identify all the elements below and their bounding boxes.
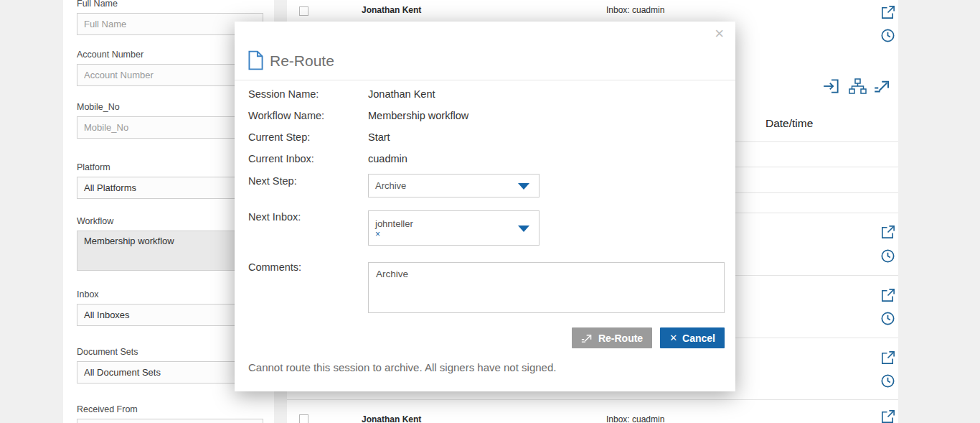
received-from-label: Received From (77, 404, 263, 414)
reroute-button-label: Re-Route (598, 333, 643, 344)
current-inbox-label: Current Inbox: (248, 153, 314, 164)
next-inbox-value: johnteller (375, 218, 413, 229)
remove-selection-icon[interactable]: × (375, 230, 382, 238)
open-session-icon[interactable] (880, 224, 896, 241)
history-clock-icon[interactable] (880, 248, 896, 264)
export-icon[interactable] (822, 77, 841, 96)
current-step-label: Current Step: (248, 131, 310, 143)
platform-select-value: All Platforms (84, 182, 136, 193)
field-received-from: Received From (77, 404, 263, 423)
document-icon (248, 50, 263, 70)
next-inbox-selection: johnteller × (369, 218, 413, 238)
workflow-name-label: Workflow Name: (248, 110, 324, 121)
full-name-label: Full Name (77, 0, 263, 9)
dialog-title: Re-Route (270, 52, 334, 70)
comments-textarea[interactable]: Archive (368, 262, 725, 313)
current-inbox-value: cuadmin (368, 153, 407, 164)
reroute-dialog: × Re-Route Session Name: Jonathan Kent W… (235, 22, 735, 391)
history-clock-icon[interactable] (880, 310, 896, 327)
divider (235, 80, 735, 80)
history-clock-icon[interactable] (880, 27, 896, 44)
row-checkbox[interactable] (299, 6, 308, 16)
next-step-label: Next Step: (248, 175, 297, 187)
cancel-button[interactable]: ✕ Cancel (660, 327, 725, 348)
cancel-x-icon: ✕ (669, 333, 677, 343)
current-step-value: Start (368, 131, 390, 143)
open-session-icon[interactable] (880, 409, 896, 423)
reroute-button[interactable]: Re-Route (572, 327, 652, 348)
session-inbox: Inbox: cuadmin (606, 5, 664, 15)
close-icon[interactable]: × (715, 26, 724, 42)
next-inbox-select[interactable]: johnteller × (368, 210, 540, 246)
document-sets-select-value: All Document Sets (84, 367, 161, 378)
date-time-header: Date/time (765, 117, 813, 130)
reroute-icon[interactable] (874, 79, 892, 93)
session-name-value: Jonathan Kent (368, 88, 435, 100)
inbox-select-value: All Inboxes (84, 310, 130, 320)
open-session-icon[interactable] (880, 4, 896, 21)
open-session-icon[interactable] (880, 287, 896, 304)
comments-label: Comments: (248, 261, 301, 273)
chevron-down-icon (518, 183, 529, 190)
history-clock-icon[interactable] (880, 373, 896, 389)
reroute-icon (581, 333, 593, 343)
workflow-hierarchy-icon[interactable] (848, 77, 867, 96)
session-inbox: Inbox: cuadmin (606, 414, 664, 423)
row-checkbox[interactable] (299, 414, 308, 423)
session-name-label: Session Name: (248, 88, 319, 100)
open-session-icon[interactable] (880, 350, 896, 366)
session-name: Jonathan Kent (362, 5, 421, 15)
dialog-actions: Re-Route ✕ Cancel (572, 327, 725, 348)
workflow-select-value: Membership workflow (84, 236, 174, 246)
error-message: Cannot route this session to archive. Al… (248, 361, 556, 373)
workflow-name-value: Membership workflow (368, 110, 468, 121)
session-name: Jonathan Kent (362, 414, 421, 423)
chevron-down-icon (518, 226, 529, 232)
received-from-input[interactable] (77, 419, 263, 423)
cancel-button-label: Cancel (682, 333, 715, 344)
next-step-select[interactable]: Archive (368, 174, 540, 197)
divider (287, 399, 898, 400)
next-step-value: Archive (369, 180, 406, 191)
next-inbox-label: Next Inbox: (248, 211, 301, 223)
